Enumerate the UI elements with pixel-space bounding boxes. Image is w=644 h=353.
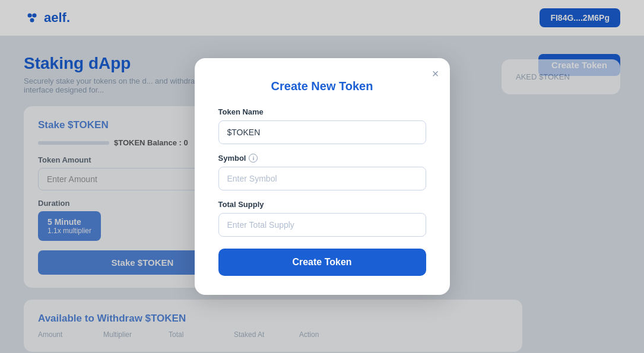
modal-close-button[interactable]: × — [432, 68, 439, 79]
create-token-modal: × Create New Token Token Name Symbol i T… — [195, 58, 450, 295]
total-supply-label: Total Supply — [218, 200, 426, 209]
symbol-info-icon: i — [249, 154, 258, 163]
modal-overlay: × Create New Token Token Name Symbol i T… — [0, 0, 644, 353]
modal-title: Create New Token — [218, 79, 426, 93]
symbol-input[interactable] — [218, 167, 426, 190]
total-supply-input[interactable] — [218, 213, 426, 237]
token-name-input[interactable] — [218, 120, 426, 144]
page-wrapper: aelf. FI84G....2M6Pg Staking dApp Secure… — [0, 0, 644, 353]
symbol-label: Symbol i — [218, 154, 426, 163]
token-name-label: Token Name — [218, 107, 426, 116]
modal-submit-button[interactable]: Create Token — [218, 249, 426, 276]
